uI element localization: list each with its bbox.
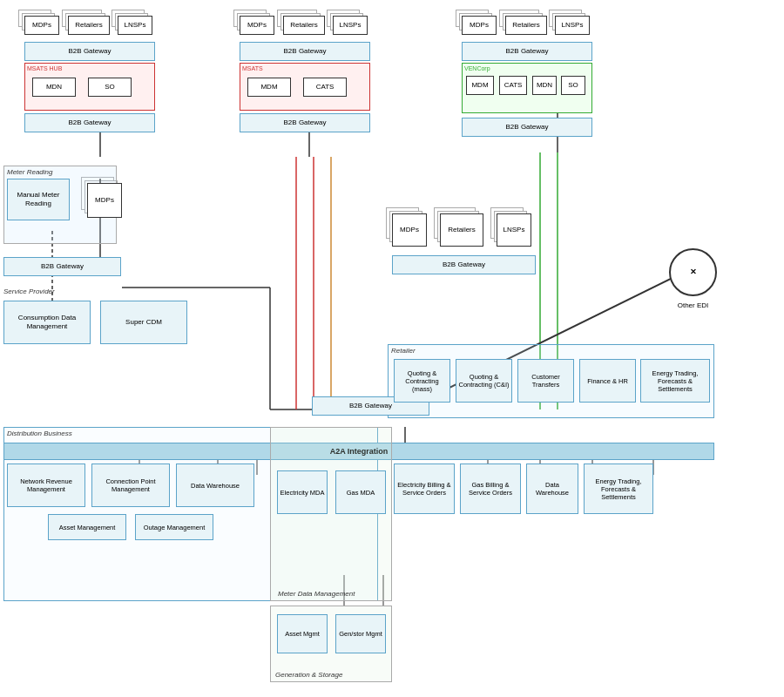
super-cdm-box: Super CDM	[100, 301, 187, 344]
data-warehouse2-box: Data Warehouse	[526, 464, 578, 514]
mdps4-box: MDPs	[87, 183, 122, 218]
data-warehouse1-box: Data Warehouse	[176, 464, 254, 507]
quoting-ci-box: Quoting & Contracting (C&I)	[456, 359, 512, 403]
mdps5-box: MDPs	[392, 213, 427, 247]
finance-hr-box: Finance & HR	[579, 359, 636, 403]
b2b-gateway2-box: B2B Gateway	[240, 42, 370, 61]
cats2-box: CATS	[499, 76, 527, 95]
retailers2-box: Retailers	[283, 16, 325, 35]
b2b-gateway2b-box: B2B Gateway	[240, 113, 370, 132]
b2b-gateway1-box: B2B Gateway	[24, 42, 155, 61]
b2b-gateway4-box: B2B Gateway	[3, 257, 121, 276]
consumption-data-mgmt-box: Consumption Data Management	[3, 301, 91, 344]
energy-trading-right-box: Energy Trading, Forecasts & Settlements	[640, 359, 710, 403]
retailers5-box: Retailers	[440, 213, 483, 247]
retailer-label: Retailer	[391, 347, 416, 355]
asset-mgmt1-box: Asset Management	[48, 514, 126, 540]
gas-mda-box: Gas MDA	[335, 470, 386, 514]
mdps3-box: MDPs	[462, 16, 497, 35]
distribution-business-label: Distribution Business	[7, 430, 72, 437]
b2b-gateway1b-box: B2B Gateway	[24, 113, 155, 132]
quoting-mass-box: Quoting & Contracting (mass)	[394, 359, 450, 403]
so2-box: SO	[561, 76, 585, 95]
lnsps3-box: LNSPs	[555, 16, 590, 35]
mdm2-box: MDM	[466, 76, 494, 95]
mdps1-box: MDPs	[24, 16, 59, 35]
network-revenue-mgmt-box: Network Revenue Management	[7, 464, 85, 507]
manual-meter-reading-box: Manual Meter Reading	[7, 179, 70, 220]
cats1-box: CATS	[303, 78, 347, 97]
meter-data-mgmt-section: Meter Data Management	[270, 427, 392, 601]
b2b-gateway3b-box: B2B Gateway	[462, 118, 592, 137]
generation-storage-label: Generation & Storage	[275, 671, 342, 679]
asset-mgmt2-box: Asset Mgmt	[277, 614, 328, 653]
msats-hub-label: MSATS HUB	[27, 65, 62, 71]
mdn1-box: MDN	[32, 78, 76, 97]
customer-transfers-box: Customer Transfers	[517, 359, 574, 403]
msats-label: MSATS	[242, 65, 263, 71]
lnsps1-box: LNSPs	[118, 16, 152, 35]
outage-mgmt-box: Outage Management	[135, 514, 213, 540]
mdm1-box: MDM	[247, 78, 291, 97]
other-edi-label: Other EDI	[671, 301, 715, 310]
meter-data-mgmt-label: Meter Data Management	[278, 590, 355, 598]
b2b-gateway5-box: B2B Gateway	[392, 255, 536, 274]
mdn2-box: MDN	[532, 76, 557, 95]
gen-stor-mgmt-box: Gen/stor Mgmt	[335, 614, 386, 653]
connection-point-mgmt-box: Connection Point Management	[91, 464, 170, 507]
electricity-billing-box: Electricity Billing & Service Orders	[394, 464, 455, 514]
vencorp-label: VENCorp	[464, 65, 490, 71]
retailers1-box: Retailers	[68, 16, 110, 35]
meter-reading-label: Meter Reading	[7, 168, 52, 176]
electricity-mda-box: Electricity MDA	[277, 470, 328, 514]
energy-trading-box: Energy Trading, Forecasts & Settlements	[584, 464, 653, 514]
mdps2-box: MDPs	[240, 16, 274, 35]
architecture-diagram: MDPs Retailers LNSPs B2B Gateway MSATS H…	[0, 0, 784, 697]
retailers3-box: Retailers	[505, 16, 547, 35]
lnsps5-box: LNSPs	[497, 213, 531, 247]
service-provider-label: Service Provider	[3, 288, 55, 295]
b2b-gateway3-box: B2B Gateway	[462, 42, 592, 61]
other-edi-box: ✕ Other EDI	[669, 248, 717, 296]
so1-box: SO	[88, 78, 132, 97]
gas-billing-box: Gas Billing & Service Orders	[460, 464, 521, 514]
lnsps2-box: LNSPs	[333, 16, 368, 35]
